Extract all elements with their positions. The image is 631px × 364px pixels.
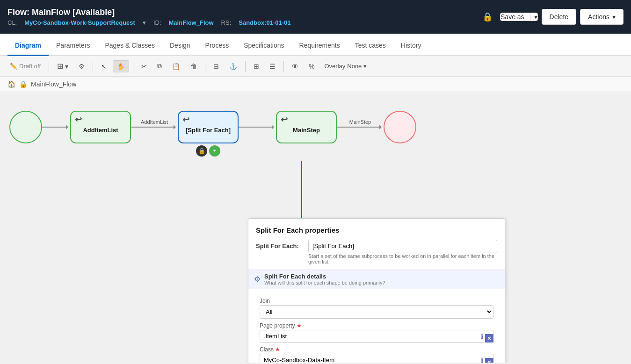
gear-icon: ⚙ [79,63,85,70]
node-lock-button[interactable]: 🔒 [196,145,207,157]
panel-title: Split For Each properties [256,226,497,234]
eye-icon: 👁 [292,63,298,70]
header-meta: CL: MyCo-Sandbox-Work-SupportRequest ▾ I… [7,19,291,26]
table-button[interactable]: ⊞ [249,60,263,72]
tab-requirements[interactable]: Requirements [292,36,348,56]
step-icon-2: ↩ [182,114,189,125]
add-item-list-node[interactable]: ↩ AddItemList [70,111,131,143]
trash-icon: 🗑 [190,63,197,70]
breadcrumb: 🏠 🔒 MainFlow_Flow [0,77,631,92]
tab-diagram[interactable]: Diagram [7,36,49,56]
actions-label: Actions [588,13,609,21]
overlay-value[interactable]: None ▾ [347,63,367,70]
header: Flow: MainFlow [Available] CL: MyCo-Sand… [0,0,631,34]
paste-button[interactable]: 📋 [168,60,184,72]
page-title: Flow: MainFlow [Available] [7,7,291,17]
rs-value: Sandbox:01-01-01 [239,19,290,26]
tab-specifications[interactable]: Specifications [236,36,291,56]
scissors-icon: ✂ [141,63,147,70]
header-right: 🔒 Save as ▾ Delete Actions ▾ [482,9,624,25]
main-step-label: MainStep [293,127,320,134]
arrow-line-3 [239,127,274,128]
section-header-text: Split For Each details What will this sp… [264,273,385,285]
overlay-chevron-icon: ▾ [363,63,367,70]
save-as-chevron[interactable]: ▾ [530,13,537,21]
separator-2 [93,61,93,72]
page-property-group: Page property ★ ℹ [258,322,495,343]
main-step-rect: ↩ MainStep [276,111,337,143]
page-property-corner-icon[interactable] [485,334,493,343]
tab-history[interactable]: History [393,36,429,56]
pencil-icon: ✏️ [10,63,17,70]
section-subtitle: What will this split for each shape be d… [264,280,385,285]
id-label: ID: [153,19,161,26]
required-star-2: ★ [275,346,280,353]
split-for-each-input[interactable] [308,240,497,252]
tab-process[interactable]: Process [198,36,237,56]
actions-button[interactable]: Actions ▾ [580,9,624,25]
class-group: Class ★ ℹ [258,346,495,363]
lock-icon: 🔒 [482,12,493,22]
hand-icon: ✋ [117,63,125,70]
cut-button[interactable]: ✂ [137,60,151,72]
separator-6 [283,61,284,72]
layout-button-1[interactable]: ⊟ [209,60,223,72]
add-button[interactable]: ⊞ ▾ [53,59,73,73]
join-label: Join [260,298,493,304]
properties-panel: Split For Each properties Split For Each… [248,218,505,363]
class-input[interactable] [260,354,493,363]
arrow-label-2: AddItemList [141,119,168,125]
grid-button[interactable]: ☰ [265,60,280,72]
tab-parameters[interactable]: Parameters [49,36,97,56]
node-add-button[interactable]: + [209,145,220,157]
eye-button[interactable]: 👁 [288,60,303,72]
id-value: MainFlow_Flow [169,19,214,26]
tab-design[interactable]: Design [162,36,198,56]
class-info-icon[interactable]: ℹ [481,357,483,363]
cl-value[interactable]: MyCo-Sandbox-Work-SupportRequest [24,19,135,26]
start-circle [9,111,42,143]
save-as-button[interactable]: Save as ▾ [500,13,538,21]
header-left: Flow: MainFlow [Available] CL: MyCo-Sand… [7,7,291,26]
tab-bar: Diagram Parameters Pages & Classes Desig… [0,34,631,56]
draft-off-label: Draft off [19,63,41,70]
toolbar: ✏️ Draft off ⊞ ▾ ⚙ ↖ ✋ ✂ ⧉ 📋 🗑 ⊟ ⚓ ⊞ ☰ 👁 [0,56,631,77]
delete-shape-button[interactable]: 🗑 [186,60,201,72]
split-for-each-node[interactable]: ↩ [Split For Each] 🔒 + [178,111,239,143]
end-node[interactable] [384,111,416,143]
split-for-each-hint: Start a set of the same subprocess to be… [308,253,497,264]
class-corner-icon[interactable] [485,358,493,363]
join-select[interactable]: All Any [260,305,493,319]
table-icon: ⊞ [254,63,259,70]
plus-icon: ⊞ [57,62,63,71]
paste-icon: 📋 [172,63,180,70]
copy-button[interactable]: ⧉ [153,60,166,72]
main-step-node[interactable]: ↩ MainStep [276,111,337,143]
add-item-list-label: AddItemList [83,127,118,134]
section-gear-icon: ⚙ [254,275,261,284]
tab-pages-classes[interactable]: Pages & Classes [97,36,162,56]
settings-button[interactable]: ⚙ [74,60,89,72]
breadcrumb-flow-name: MainFlow_Flow [31,80,76,88]
home-icon[interactable]: 🏠 [7,80,15,88]
cursor-icon: ↖ [101,63,107,70]
split-for-each-field-container: Start a set of the same subprocess to be… [308,240,497,264]
page-property-input[interactable] [260,330,493,343]
required-star-1: ★ [297,322,302,329]
tab-test-cases[interactable]: Test cases [348,36,393,56]
page-property-info-icon[interactable]: ℹ [481,333,483,340]
anchor-icon: ⚓ [229,63,237,70]
percent-button[interactable]: % [305,60,319,72]
start-node[interactable] [9,111,42,143]
delete-button[interactable]: Delete [542,9,576,25]
node-action-buttons: 🔒 + [196,145,220,157]
grid-icon: ☰ [269,63,276,70]
draft-off-button[interactable]: ✏️ Draft off [6,60,45,72]
hand-tool[interactable]: ✋ [113,60,129,72]
separator-4 [205,61,205,72]
select-tool[interactable]: ↖ [97,60,111,72]
anchor-button[interactable]: ⚓ [225,60,241,72]
diagram-canvas[interactable]: ↩ AddItemList AddItemList ↩ [Split For E… [0,92,631,363]
step-icon-3: ↩ [281,114,288,125]
separator-3 [133,61,133,72]
